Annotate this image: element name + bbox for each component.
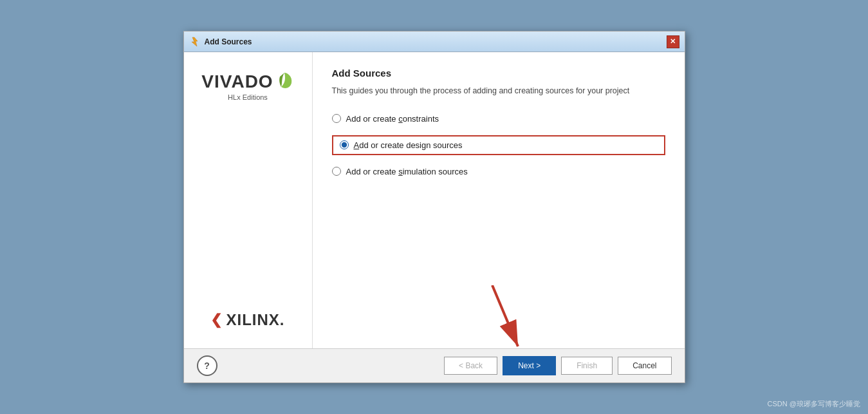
next-button[interactable]: Next > xyxy=(503,356,556,375)
left-panel: VIVADO HLx Editions ❮ XILINX. xyxy=(184,52,313,348)
xilinx-symbol-icon: ❮ xyxy=(210,312,222,328)
xilinx-brand: XILINX. xyxy=(226,311,284,329)
watermark: CSDN @琅琊多写博客少睡觉 xyxy=(768,399,860,409)
svg-marker-0 xyxy=(192,37,198,46)
radio-design-label: Add or create design sources xyxy=(354,140,463,150)
cancel-button[interactable]: Cancel xyxy=(618,357,671,375)
radio-design-box: Add or create design sources xyxy=(332,135,665,155)
title-bar-text: Add Sources xyxy=(205,37,252,46)
radio-group: Add or create constraints Add or create … xyxy=(332,113,665,178)
help-button[interactable]: ? xyxy=(197,355,217,376)
footer-left: ? xyxy=(197,355,217,376)
radio-simulation-input[interactable] xyxy=(332,167,341,176)
back-button[interactable]: < Back xyxy=(444,357,497,375)
vivado-brand: VIVADO xyxy=(201,71,293,92)
dialog-title: Add Sources xyxy=(332,68,665,79)
vivado-leaf-icon xyxy=(275,71,294,91)
footer-buttons: < Back Next > Finish Cancel xyxy=(444,356,671,375)
radio-constraints-input[interactable] xyxy=(332,114,341,123)
vivado-title-icon xyxy=(189,37,199,47)
dialog-body: VIVADO HLx Editions ❮ XILINX. Add Source… xyxy=(184,52,685,348)
xilinx-logo: ❮ XILINX. xyxy=(210,311,284,329)
finish-button[interactable]: Finish xyxy=(561,357,613,375)
footer: ? < Back Next > Finish Cancel xyxy=(184,348,685,382)
radio-constraints-label: Add or create constraints xyxy=(346,114,439,124)
title-bar: Add Sources ✕ xyxy=(184,32,685,52)
vivado-edition: HLx Editions xyxy=(228,93,268,101)
close-button[interactable]: ✕ xyxy=(667,35,679,48)
radio-design[interactable]: Add or create design sources xyxy=(340,140,463,150)
add-sources-dialog: Add Sources ✕ VIVADO HLx Editions ❮ XILI… xyxy=(183,31,685,383)
right-panel: Add Sources This guides you through the … xyxy=(313,52,685,348)
vivado-logo: VIVADO HLx Editions xyxy=(201,71,293,101)
radio-simulation[interactable]: Add or create simulation sources xyxy=(332,165,665,178)
radio-design-input[interactable] xyxy=(340,140,349,149)
dialog-description: This guides you through the process of a… xyxy=(332,85,665,97)
title-bar-left: Add Sources xyxy=(189,37,252,47)
radio-simulation-label: Add or create simulation sources xyxy=(346,167,468,176)
radio-constraints[interactable]: Add or create constraints xyxy=(332,113,665,125)
